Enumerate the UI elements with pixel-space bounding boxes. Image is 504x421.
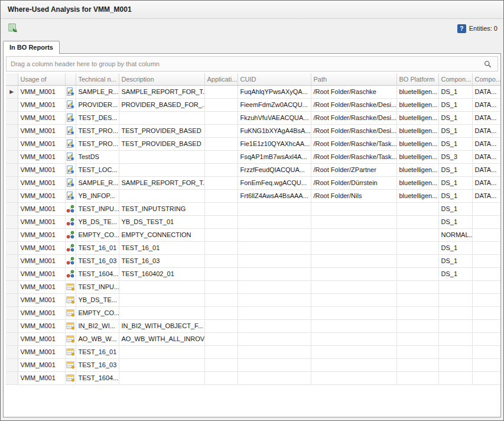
column-header-cuid[interactable]: CUID xyxy=(238,73,311,85)
cell-path: /Root Folder/Raschke/Desi... xyxy=(311,124,396,137)
cell-path: /Root Folder/Raschke/Desi... xyxy=(311,111,396,124)
table-row[interactable]: VMM_M001TEST_16_03 xyxy=(6,358,500,371)
cell-component-2: DATA... xyxy=(472,189,500,202)
column-header-component-2[interactable]: Compo... xyxy=(472,73,500,85)
cell-usage-of: VMM_M001 xyxy=(18,293,65,306)
table-row[interactable]: ▶VMM_M001SAMPLE_R...SAMPLE_REPORT_FOR_T.… xyxy=(6,85,500,98)
table-row[interactable]: VMM_M001TEST_1604...TEST_160402_01DS_1 xyxy=(6,267,500,280)
cell-application xyxy=(204,189,238,202)
cell-path: /Root Folder/Dürrstein xyxy=(311,176,396,189)
table-row[interactable]: VMM_M001TEST_16_03TEST_16_03DS_1 xyxy=(6,254,500,267)
cell-technical-name: YB_INFOP... xyxy=(76,189,119,202)
table-row[interactable]: VMM_M001YB_DS_TE... xyxy=(6,293,500,306)
connection-icon xyxy=(65,267,76,280)
connection-icon xyxy=(65,254,76,267)
table-row[interactable]: VMM_M001TEST_16_01 xyxy=(6,345,500,358)
cell-application xyxy=(204,215,238,228)
cell-application xyxy=(204,202,238,215)
column-header-usage-of[interactable]: Usage of xyxy=(18,73,65,85)
row-indicator xyxy=(6,241,18,254)
table-row[interactable]: VMM_M001TEST_DES...FkzuhVfuVAEACQUA.../R… xyxy=(6,111,500,124)
entities-count-label: Entities: 0 xyxy=(469,25,498,32)
export-to-excel-button[interactable] xyxy=(5,21,19,35)
table-row[interactable]: VMM_M001TEST_PRO...TEST_PROVIDER_BASEDFi… xyxy=(6,137,500,150)
row-indicator xyxy=(6,98,18,111)
cell-component xyxy=(438,306,472,319)
cell-description: TEST_INPUTSTRING xyxy=(119,202,204,215)
cell-description: TEST_PROVIDER_BASED xyxy=(119,124,204,137)
cell-component: DS_1 xyxy=(438,189,472,202)
cell-component: DS_1 xyxy=(438,241,472,254)
cell-path xyxy=(311,319,396,332)
row-indicator xyxy=(6,280,18,293)
cell-application xyxy=(204,332,238,345)
column-header-path[interactable]: Path xyxy=(311,73,396,85)
table-row[interactable]: VMM_M001TestDSFsqAP1mB7wsAxl4A.../Root F… xyxy=(6,150,500,163)
table-row[interactable]: VMM_M001YB_INFOP...Frt6llZ4AwsA4BsAAA...… xyxy=(6,189,500,202)
cell-component xyxy=(438,358,472,371)
cell-technical-name: TestDS xyxy=(76,150,119,163)
cell-path xyxy=(311,306,396,319)
connection-icon xyxy=(65,202,76,215)
column-header-technical-name[interactable]: Technical n... xyxy=(76,73,119,85)
entities-indicator: ? Entities: 0 xyxy=(457,24,499,33)
cell-technical-name: TEST_16_01 xyxy=(76,345,119,358)
table-row[interactable]: VMM_M001SAMPLE_R...SAMPLE_REPORT_FOR_T..… xyxy=(6,176,500,189)
cell-technical-name: AO_WB_W... xyxy=(76,332,119,345)
cell-usage-of: VMM_M001 xyxy=(18,202,65,215)
table-row[interactable]: VMM_M001EMPTY_CO...EMPTY_CONNECTIONNORMA… xyxy=(6,228,500,241)
cell-application xyxy=(204,176,238,189)
cell-component-2 xyxy=(472,228,500,241)
cell-usage-of: VMM_M001 xyxy=(18,111,65,124)
column-header-component[interactable]: Compon... xyxy=(438,73,472,85)
where-used-grid: Usage of Technical n... Description Appl… xyxy=(6,73,501,385)
titlebar: Where-Used Analysis for VMM_M001 xyxy=(1,1,503,19)
table-row[interactable]: VMM_M001TEST_16_01TEST_16_01DS_1 xyxy=(6,241,500,254)
table-row[interactable]: VMM_M001AO_WB_W...AO_WB_WITH_ALL_INROV xyxy=(6,332,500,345)
row-indicator xyxy=(6,111,18,124)
help-icon[interactable]: ? xyxy=(457,24,466,33)
column-header-bo-platform[interactable]: BO Platform xyxy=(396,73,438,85)
table-row[interactable]: VMM_M001IN_BI2_WI...IN_BI2_WITH_OBJECT_F… xyxy=(6,319,500,332)
cell-path: /Root Folder/Nils xyxy=(311,189,396,202)
cell-component xyxy=(438,319,472,332)
search-icon[interactable] xyxy=(482,58,493,70)
column-header-application[interactable]: Applicati... xyxy=(204,73,238,85)
sheet-icon xyxy=(65,319,76,332)
cell-usage-of: VMM_M001 xyxy=(18,280,65,293)
cell-technical-name: TEST_PRO... xyxy=(76,137,119,150)
cell-bo-platform: bluetelligen... xyxy=(396,163,438,176)
cell-path xyxy=(311,228,396,241)
table-row[interactable]: VMM_M001EMPTY_CO... xyxy=(6,306,500,319)
cell-path: /Root Folder/ZPartner xyxy=(311,163,396,176)
table-row[interactable]: VMM_M001YB_DS_TE...YB_DS_TEST_01DS_1 xyxy=(6,215,500,228)
cell-technical-name: TEST_INPU... xyxy=(76,202,119,215)
column-header-description[interactable]: Description xyxy=(119,73,204,85)
column-header-icon[interactable] xyxy=(65,73,76,85)
cell-technical-name: PROVIDER... xyxy=(76,98,119,111)
table-row[interactable]: VMM_M001TEST_INPU...TEST_INPUTSTRINGDS_1 xyxy=(6,202,500,215)
cell-technical-name: IN_BI2_WI... xyxy=(76,319,119,332)
cell-bo-platform xyxy=(396,254,438,267)
cell-path xyxy=(311,371,396,384)
group-by-panel[interactable]: Drag a column header here to group by th… xyxy=(6,56,498,72)
report-icon xyxy=(65,176,76,189)
table-row[interactable]: VMM_M001TEST_1604... xyxy=(6,371,500,384)
tab-in-bo-reports[interactable]: In BO Reports xyxy=(3,41,60,54)
cell-cuid xyxy=(238,332,311,345)
table-row[interactable]: VMM_M001TEST_LOC...FrzzfFeudQIACQUA.../R… xyxy=(6,163,500,176)
cell-path xyxy=(311,345,396,358)
cell-component: DS_1 xyxy=(438,137,472,150)
cell-application xyxy=(204,98,238,111)
cell-component-2 xyxy=(472,215,500,228)
sheet-icon xyxy=(65,371,76,384)
cell-application xyxy=(204,254,238,267)
table-row[interactable]: VMM_M001PROVIDER...PROVIDER_BASED_FOR_..… xyxy=(6,98,500,111)
cell-cuid xyxy=(238,202,311,215)
cell-application xyxy=(204,241,238,254)
report-icon xyxy=(65,189,76,202)
cell-usage-of: VMM_M001 xyxy=(18,332,65,345)
table-row[interactable]: VMM_M001TEST_INPU... xyxy=(6,280,500,293)
table-row[interactable]: VMM_M001TEST_PRO...TEST_PROVIDER_BASEDFu… xyxy=(6,124,500,137)
cell-cuid: FkzuhVfuVAEACQUA... xyxy=(238,111,311,124)
